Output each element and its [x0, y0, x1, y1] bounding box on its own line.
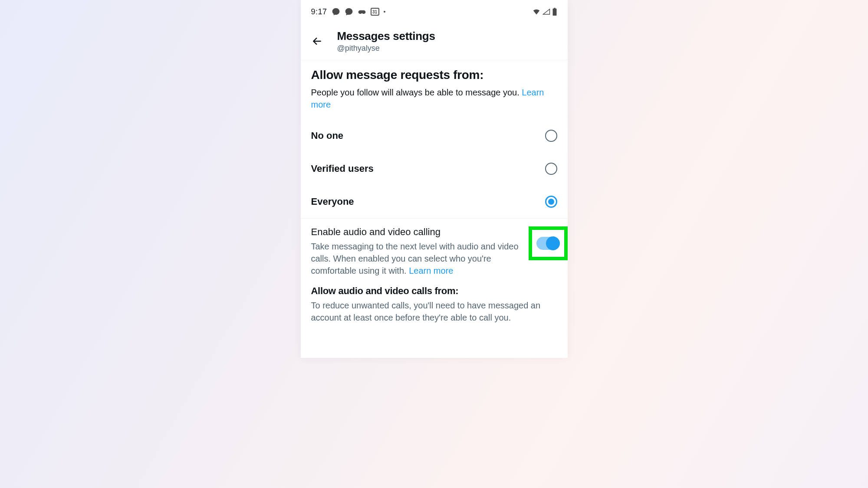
radio-label: Verified users: [311, 163, 374, 174]
status-bar: 9:17 31: [301, 0, 568, 23]
status-left: 9:17 31: [311, 7, 385, 16]
radio-label: No one: [311, 130, 344, 141]
user-handle: @pithyalyse: [337, 44, 435, 53]
radio-option-verified[interactable]: Verified users: [301, 152, 568, 185]
calendar-icon: 31: [371, 8, 379, 16]
allow-requests-title: Allow message requests from:: [311, 68, 557, 82]
radio-option-everyone[interactable]: Everyone: [301, 185, 568, 219]
radio-option-no-one[interactable]: No one: [301, 119, 568, 152]
enable-calling-toggle[interactable]: [536, 237, 560, 250]
arrow-left-icon: [312, 36, 323, 47]
back-button[interactable]: [309, 33, 325, 49]
status-notification-icons: 31: [332, 7, 385, 16]
radio-label: Everyone: [311, 196, 354, 207]
svg-rect-0: [552, 9, 556, 16]
page-title: Messages settings: [337, 29, 435, 43]
status-time: 9:17: [311, 7, 327, 16]
chat-icon: [345, 7, 353, 16]
header-text: Messages settings @pithyalyse: [337, 29, 435, 53]
status-right: [532, 8, 557, 16]
battery-icon: [552, 8, 557, 16]
allow-requests-description: People you follow will always be able to…: [311, 86, 557, 111]
radio-indicator: [545, 163, 557, 175]
cell-signal-icon: [542, 8, 550, 15]
radio-indicator: [545, 130, 557, 142]
allow-requests-section-header: Allow message requests from: People you …: [301, 60, 568, 119]
radio-indicator-selected: [545, 196, 557, 208]
controller-icon: [358, 7, 366, 16]
wifi-icon: [532, 8, 541, 15]
svg-rect-1: [554, 8, 556, 9]
learn-more-link-calling[interactable]: Learn more: [409, 266, 453, 275]
enable-calling-row: Enable audio and video calling Take mess…: [301, 219, 568, 285]
messenger-icon: [332, 7, 340, 16]
enable-calling-title: Enable audio and video calling: [311, 226, 524, 238]
allow-calls-title: Allow audio and video calls from:: [311, 285, 557, 297]
app-header: Messages settings @pithyalyse: [301, 23, 568, 60]
toggle-highlight-box: [529, 226, 568, 260]
more-notifications-dot: [384, 11, 385, 13]
allow-calls-section: Allow audio and video calls from: To red…: [301, 285, 568, 332]
enable-calling-description: Take messaging to the next level with au…: [311, 240, 524, 277]
allow-calls-description: To reduce unwanted calls, you'll need to…: [311, 299, 557, 324]
phone-screen: 9:17 31 Messages settings @pithyalyse Al…: [301, 0, 568, 358]
enable-calling-text: Enable audio and video calling Take mess…: [311, 226, 524, 277]
